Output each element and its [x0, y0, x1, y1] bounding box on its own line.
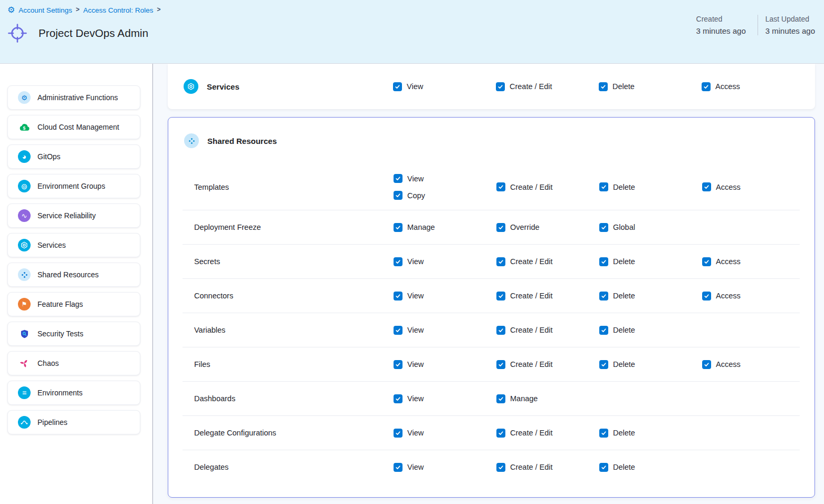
sidebar-item-label: Environments	[37, 389, 83, 397]
permission-label: View	[407, 82, 423, 91]
sidebar-item-environments[interactable]: ≡Environments	[7, 381, 140, 405]
permission-delete[interactable]: Delete	[599, 326, 702, 335]
permission-create-edit[interactable]: Create / Edit	[496, 326, 599, 335]
permission-access[interactable]: Access	[702, 360, 805, 369]
checkbox-checked-icon[interactable]	[393, 82, 402, 91]
sidebar-item-cloud-cost-management[interactable]: $Cloud Cost Management	[7, 115, 140, 139]
checkbox-checked-icon[interactable]	[496, 326, 505, 335]
permission-view[interactable]: View	[394, 394, 496, 403]
permission-label: Delete	[613, 463, 635, 471]
checkbox-checked-icon[interactable]	[496, 223, 505, 232]
permission-view[interactable]: View	[394, 174, 496, 183]
permission-access[interactable]: Access	[702, 82, 804, 91]
checkbox-checked-icon[interactable]	[702, 360, 711, 369]
checkbox-checked-icon[interactable]	[599, 257, 608, 266]
permission-label: Delete	[613, 257, 635, 266]
permission-view[interactable]: View	[394, 292, 496, 301]
sidebar-item-service-reliability[interactable]: ∿Service Reliability	[7, 203, 140, 228]
permission-view[interactable]: View	[394, 360, 496, 369]
resource-label: Variables	[194, 326, 394, 334]
permission-label: Manage	[407, 223, 435, 231]
permission-view[interactable]: View	[394, 326, 496, 335]
permission-access[interactable]: Access	[702, 182, 805, 191]
breadcrumb-account-settings[interactable]: Account Settings	[18, 6, 72, 14]
checkbox-checked-icon[interactable]	[496, 182, 505, 191]
sidebar-item-shared-resources[interactable]: Shared Resources	[7, 263, 140, 287]
checkbox-checked-icon[interactable]	[496, 429, 505, 438]
breadcrumb-access-control-roles[interactable]: Access Control: Roles	[83, 6, 154, 14]
permission-delete[interactable]: Delete	[599, 82, 702, 91]
permission-cell: Delete	[599, 429, 702, 438]
sidebar-item-administrative-functions[interactable]: ⚙Administrative Functions	[7, 85, 140, 110]
sidebar-item-environment-groups[interactable]: ⊚Environment Groups	[7, 174, 140, 198]
permission-create-edit[interactable]: Create / Edit	[496, 292, 599, 301]
checkbox-checked-icon[interactable]	[599, 223, 608, 232]
resource-category-sidebar: ⚙Administrative Functions$Cloud Cost Man…	[0, 64, 153, 504]
checkbox-checked-icon[interactable]	[702, 82, 711, 91]
checkbox-checked-icon[interactable]	[599, 182, 608, 191]
permission-row-delegate-configurations: Delegate ConfigurationsViewCreate / Edit…	[183, 415, 800, 450]
checkbox-checked-icon[interactable]	[496, 82, 505, 91]
permission-access[interactable]: Access	[702, 257, 805, 266]
permission-create-edit[interactable]: Create / Edit	[496, 82, 599, 91]
checkbox-checked-icon[interactable]	[702, 257, 711, 266]
permission-row-delegates: DelegatesViewCreate / EditDelete	[183, 450, 800, 484]
permission-create-edit[interactable]: Create / Edit	[496, 182, 599, 191]
permission-create-edit[interactable]: Create / Edit	[496, 463, 599, 472]
permission-manage[interactable]: Manage	[496, 394, 599, 403]
permission-manage[interactable]: Manage	[394, 223, 496, 232]
sidebar-item-pipelines[interactable]: Pipelines	[7, 410, 140, 434]
checkbox-checked-icon[interactable]	[599, 82, 608, 91]
checkbox-checked-icon[interactable]	[599, 463, 608, 472]
permission-copy[interactable]: Copy	[394, 191, 496, 200]
permission-global[interactable]: Global	[599, 223, 702, 232]
permission-label: View	[407, 360, 424, 369]
sidebar-item-gitops[interactable]: ◕GitOps	[7, 144, 140, 169]
sidebar-item-feature-flags[interactable]: ⚑Feature Flags	[7, 292, 140, 316]
checkbox-checked-icon[interactable]	[394, 360, 403, 369]
permission-access[interactable]: Access	[702, 292, 805, 301]
permission-override[interactable]: Override	[496, 223, 599, 232]
permission-delete[interactable]: Delete	[599, 429, 702, 438]
checkbox-checked-icon[interactable]	[702, 182, 711, 191]
security-tests-icon	[18, 327, 31, 340]
checkbox-checked-icon[interactable]	[394, 394, 403, 403]
checkbox-checked-icon[interactable]	[394, 174, 403, 183]
checkbox-checked-icon[interactable]	[599, 429, 608, 438]
permission-delete[interactable]: Delete	[599, 292, 702, 301]
created-meta: Created 3 minutes ago	[696, 15, 758, 35]
checkbox-checked-icon[interactable]	[394, 191, 403, 200]
checkbox-checked-icon[interactable]	[394, 429, 403, 438]
permission-create-edit[interactable]: Create / Edit	[496, 257, 599, 266]
sidebar-item-label: Shared Resources	[37, 270, 99, 279]
permission-delete[interactable]: Delete	[599, 182, 702, 191]
checkbox-checked-icon[interactable]	[394, 326, 403, 335]
checkbox-checked-icon[interactable]	[394, 257, 403, 266]
sidebar-item-services[interactable]: Services	[7, 233, 140, 257]
permission-delete[interactable]: Delete	[599, 257, 702, 266]
checkbox-checked-icon[interactable]	[496, 360, 505, 369]
checkbox-checked-icon[interactable]	[496, 292, 505, 301]
permission-view[interactable]: View	[394, 257, 496, 266]
permission-view[interactable]: View	[394, 429, 496, 438]
permission-view[interactable]: View	[393, 82, 496, 91]
permission-create-edit[interactable]: Create / Edit	[496, 360, 599, 369]
checkbox-checked-icon[interactable]	[702, 292, 711, 301]
sidebar-item-security-tests[interactable]: Security Tests	[7, 322, 140, 346]
sidebar-item-chaos[interactable]: Chaos	[7, 351, 140, 375]
permission-create-edit[interactable]: Create / Edit	[496, 429, 599, 438]
checkbox-checked-icon[interactable]	[496, 394, 505, 403]
checkbox-checked-icon[interactable]	[599, 360, 608, 369]
checkbox-checked-icon[interactable]	[599, 326, 608, 335]
permission-view[interactable]: View	[394, 463, 496, 472]
permission-delete[interactable]: Delete	[599, 360, 702, 369]
checkbox-checked-icon[interactable]	[394, 292, 403, 301]
checkbox-checked-icon[interactable]	[496, 257, 505, 266]
resource-label: Templates	[194, 183, 394, 191]
checkbox-checked-icon[interactable]	[394, 223, 403, 232]
permission-delete[interactable]: Delete	[599, 463, 702, 472]
checkbox-checked-icon[interactable]	[496, 463, 505, 472]
permission-cell: Create / Edit	[496, 463, 599, 472]
checkbox-checked-icon[interactable]	[394, 463, 403, 472]
checkbox-checked-icon[interactable]	[599, 292, 608, 301]
